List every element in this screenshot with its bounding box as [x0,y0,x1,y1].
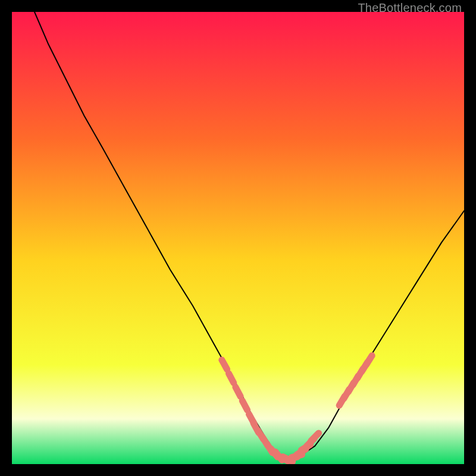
bottleneck-chart [12,12,464,464]
curve-marker [228,374,233,383]
curve-marker [236,387,240,397]
watermark-text: TheBottleneck.com [358,1,462,15]
curve-marker [222,360,227,369]
chart-frame [12,12,464,464]
curve-marker [242,400,247,410]
